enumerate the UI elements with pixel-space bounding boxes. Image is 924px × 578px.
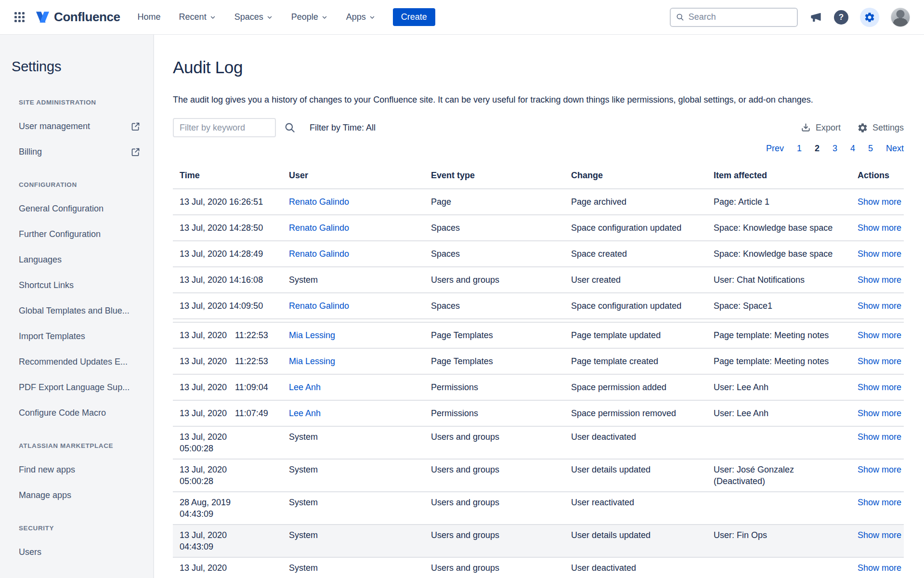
nav-item-home[interactable]: Home	[138, 12, 161, 22]
user-link[interactable]: Renato Galindo	[289, 197, 349, 207]
table-row: 13 Jul, 202011:22:53Mia LessingPage Temp…	[173, 323, 904, 349]
nav-item-spaces[interactable]: Spaces	[234, 12, 273, 22]
pagination-page-1[interactable]: 1	[797, 144, 802, 154]
show-more-link[interactable]: Show more	[858, 432, 901, 442]
cell-time: 13 Jul, 202014:28:49	[173, 241, 289, 266]
pagination-page-5[interactable]: 5	[868, 144, 873, 154]
nav-item-people[interactable]: People	[291, 12, 328, 22]
global-search[interactable]	[670, 8, 798, 27]
user-link[interactable]: Mia Lessing	[289, 330, 335, 340]
sidebar-item-billing[interactable]: Billing	[12, 146, 142, 157]
time-date: 13 Jul, 2020	[180, 529, 289, 541]
search-input[interactable]	[689, 12, 792, 22]
confluence-logo[interactable]: Confluence	[35, 10, 120, 25]
sidebar-item-find-new-apps[interactable]: Find new apps	[12, 464, 142, 475]
show-more-link[interactable]: Show more	[858, 249, 901, 259]
filter-search-button[interactable]	[284, 121, 296, 134]
show-more-link[interactable]: Show more	[858, 498, 901, 507]
time-clock: 11:07:49	[235, 408, 268, 418]
cell-change: Space permission removed	[571, 401, 714, 426]
gear-icon	[857, 122, 868, 133]
nav-item-label: Apps	[346, 12, 366, 22]
cell-actions: Show more	[858, 525, 904, 545]
gear-icon	[864, 12, 875, 23]
cell-item-affected: User: Chat Notifications	[714, 267, 858, 292]
settings-sidebar: Settings SITE ADMINISTRATIONUser managem…	[0, 35, 154, 578]
show-more-link[interactable]: Show more	[858, 275, 901, 285]
show-more-link[interactable]: Show more	[858, 330, 901, 340]
avatar[interactable]	[891, 8, 910, 27]
sidebar-item-pdf-export-language-sup[interactable]: PDF Export Language Sup...	[12, 382, 142, 393]
time-clock: 04:43:09	[180, 541, 289, 552]
cell-change: Page template updated	[571, 323, 714, 348]
user-link[interactable]: Mia Lessing	[289, 356, 335, 366]
show-more-link[interactable]: Show more	[858, 223, 901, 233]
create-button[interactable]: Create	[393, 8, 435, 26]
user-link[interactable]: Lee Anh	[289, 408, 321, 418]
pagination-next[interactable]: Next	[886, 144, 904, 154]
nav-item-recent[interactable]: Recent	[179, 12, 216, 22]
pagination-prev[interactable]: Prev	[766, 144, 784, 154]
sidebar-item-label: Shortcut Links	[19, 280, 74, 290]
sidebar-item-label: Recommended Updates E...	[19, 356, 128, 367]
show-more-link[interactable]: Show more	[858, 530, 901, 540]
cell-event-type: Permissions	[431, 401, 571, 426]
audit-settings-button[interactable]: Settings	[857, 122, 904, 133]
feedback-button[interactable]	[809, 11, 822, 24]
sidebar-section-security: SECURITYUsers	[12, 525, 142, 557]
table-body: 13 Jul, 202016:26:51Renato GalindoPagePa…	[173, 189, 904, 578]
show-more-link[interactable]: Show more	[858, 465, 901, 474]
sidebar-item-general-configuration[interactable]: General Configuration	[12, 203, 142, 214]
cell-actions: Show more	[858, 189, 904, 214]
show-more-link[interactable]: Show more	[858, 301, 901, 311]
column-header-item-affected: Item affected	[714, 170, 858, 181]
table-row: 13 Jul, 202011:22:53Mia LessingPage Temp…	[173, 349, 904, 375]
pagination-page-3[interactable]: 3	[833, 144, 837, 154]
cell-time: 13 Jul, 202004:43:09	[173, 525, 289, 557]
user-link[interactable]: Renato Galindo	[289, 249, 349, 259]
sidebar-item-further-configuration[interactable]: Further Configuration	[12, 229, 142, 239]
table-row: 13 Jul, 202014:28:49Renato GalindoSpaces…	[173, 241, 904, 267]
show-more-link[interactable]: Show more	[858, 382, 901, 392]
sidebar-item-users[interactable]: Users	[12, 547, 142, 557]
show-more-link[interactable]: Show more	[858, 197, 901, 207]
user-link[interactable]: Lee Anh	[289, 382, 321, 392]
sidebar-item-manage-apps[interactable]: Manage apps	[12, 490, 142, 500]
time-clock: 11:09:04	[235, 382, 268, 392]
cell-time: 13 Jul, 2020	[173, 558, 289, 578]
sidebar-item-recommended-updates-e[interactable]: Recommended Updates E...	[12, 356, 142, 367]
table-row: 13 Jul, 202014:16:08SystemUsers and grou…	[173, 267, 904, 293]
sidebar-item-configure-code-macro[interactable]: Configure Code Macro	[12, 407, 142, 418]
admin-settings-button[interactable]	[860, 8, 879, 27]
cell-user: System	[289, 427, 431, 447]
help-button[interactable]: ?	[834, 10, 848, 25]
export-button[interactable]: Export	[800, 122, 841, 133]
sidebar-item-import-templates[interactable]: Import Templates	[12, 331, 142, 342]
show-more-link[interactable]: Show more	[858, 408, 901, 418]
sidebar-item-shortcut-links[interactable]: Shortcut Links	[12, 280, 142, 290]
filter-keyword-input[interactable]	[173, 118, 276, 137]
show-more-link[interactable]: Show more	[858, 563, 901, 573]
time-filter[interactable]: Filter by Time: All	[310, 123, 376, 133]
app-switcher-button[interactable]	[14, 12, 35, 22]
pagination-page-4[interactable]: 4	[850, 144, 855, 154]
sidebar-item-label: Users	[19, 547, 41, 557]
nav-item-apps[interactable]: Apps	[346, 12, 376, 22]
sidebar-item-global-templates-and-blue[interactable]: Global Templates and Blue...	[12, 305, 142, 316]
cell-event-type: Users and groups	[431, 267, 571, 292]
time-clock: 11:22:53	[235, 356, 268, 366]
cell-item-affected: Space: Space1	[714, 293, 858, 318]
user-link[interactable]: Renato Galindo	[289, 301, 349, 311]
cell-change: Space created	[571, 241, 714, 266]
user-link[interactable]: Renato Galindo	[289, 223, 349, 233]
time-clock: 11:22:53	[235, 330, 268, 340]
sidebar-item-languages[interactable]: Languages	[12, 254, 142, 265]
cell-time: 28 Aug, 201904:43:09	[173, 492, 289, 524]
time-clock: 14:09:50	[229, 301, 263, 311]
time-date: 13 Jul, 2020	[180, 197, 227, 207]
sidebar-item-user-management[interactable]: User management	[12, 121, 142, 131]
time-date: 13 Jul, 2020	[180, 382, 227, 392]
cell-event-type: Page	[431, 189, 571, 214]
show-more-link[interactable]: Show more	[858, 356, 901, 366]
external-link-icon	[130, 121, 141, 131]
